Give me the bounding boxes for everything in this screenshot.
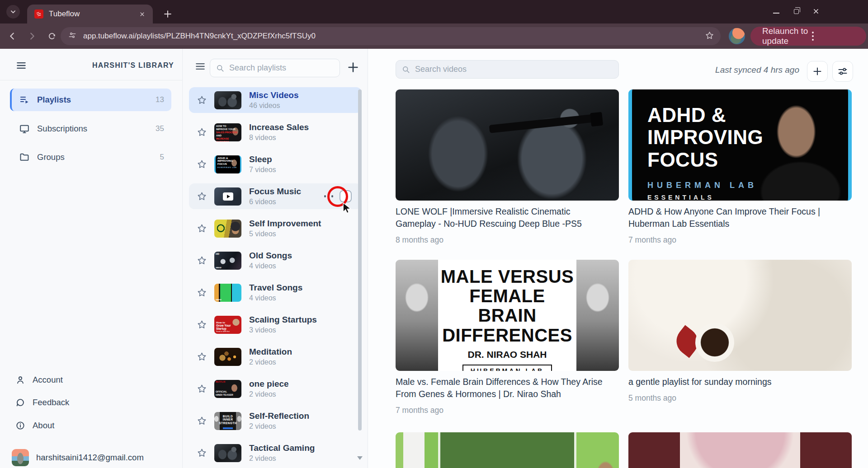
reload-icon[interactable] [44,28,60,44]
last-synced-text: Last synced 4 hrs ago [715,65,799,75]
playlist-name: Tactical Gaming [249,443,357,453]
playlist-thumbnail [214,91,241,109]
video-card[interactable]: LONE WOLF |Immersive Realistic Cinematic… [396,89,619,245]
playlist-thumbnail: NETFLIX OFFICIALHINDI TEASER [214,380,241,398]
panel-menu-icon[interactable] [194,61,206,72]
video-card[interactable] [628,432,852,468]
sidebar-item-label: Feedback [33,398,69,407]
sidebar-item-about[interactable]: About [15,421,54,431]
user-email: harshitsaini1412@gmail.com [36,453,144,463]
sidebar-item-groups[interactable]: Groups 5 [10,146,171,168]
profile-avatar[interactable] [729,28,745,44]
sidebar-menu-icon[interactable] [15,60,27,71]
minimize-button[interactable] [769,5,783,18]
user-profile[interactable]: harshitsaini1412@gmail.com [12,449,144,466]
favorite-star-icon[interactable] [197,351,207,362]
video-thumbnail[interactable] [396,432,619,468]
video-title[interactable]: a gentle playlist for sunday mornings [628,376,845,388]
video-card[interactable]: a gentle playlist for sunday mornings 5 … [628,260,852,403]
video-title[interactable]: ADHD & How Anyone Can Improve Their Focu… [628,206,845,230]
favorite-star-icon[interactable] [197,127,207,137]
favorite-star-icon[interactable] [197,95,207,105]
favorite-star-icon[interactable] [197,191,207,201]
playlist-name: Scaling Startups [249,315,357,325]
url-bar[interactable]: app.tubeflow.ai/playlists/PLZBHh4TN9cnkY… [61,27,721,45]
playlist-search[interactable] [210,59,340,77]
browser-tab[interactable]: Tubeflow [27,5,153,23]
favorite-star-icon[interactable] [197,159,207,169]
close-button[interactable] [809,5,823,18]
playlist-thumbnail [214,220,241,238]
favorite-star-icon[interactable] [197,384,207,394]
playlist-thumbnail: HD vevo [214,252,241,270]
user-avatar [12,449,29,466]
filter-button[interactable] [832,61,853,82]
video-thumbnail[interactable] [628,432,852,468]
playlist-count: 2 videos [249,358,357,366]
favorite-star-icon[interactable] [197,416,207,426]
video-age: 5 months ago [628,393,852,403]
playlist-thumbnail [214,348,241,366]
playlist-scrollbar[interactable] [358,89,362,431]
forward-icon[interactable] [24,28,40,44]
favorite-star-icon[interactable] [197,448,207,458]
playlist-item-old-songs[interactable]: HD vevo Old Songs4 videos [189,248,362,273]
video-title[interactable]: LONE WOLF |Immersive Realistic Cinematic… [396,206,613,230]
playlist-item-misc-videos[interactable]: Misc Videos46 videos [189,87,362,113]
tab-close-icon[interactable] [137,9,146,19]
video-thumbnail[interactable]: ADHD & IMPROVING FOCUS HUBERMAN LAB ESSE… [628,89,852,201]
favorite-star-icon[interactable] [197,287,207,298]
add-video-button[interactable] [807,61,828,82]
playlist-item-meditation[interactable]: Meditation2 videos [189,344,362,370]
sidebar-item-feedback[interactable]: Feedback [15,398,69,407]
tab-search-button[interactable] [6,5,20,19]
playlist-item-self-reflection[interactable]: BUILD INNER STRENGTH Self-Reflection2 vi… [189,408,362,434]
playlist-item-sleep[interactable]: ADHD & IMPROVING FOCUS HUBERMAN LAB Slee… [189,151,362,177]
playlist-item-self-improvement[interactable]: Self Improvement5 videos [189,215,362,241]
favorite-star-icon[interactable] [197,223,207,234]
video-card[interactable]: ADHD & IMPROVING FOCUS HUBERMAN LAB ESSE… [628,89,852,245]
scrollbar-down-arrow-icon[interactable] [357,456,363,460]
add-playlist-button[interactable] [346,61,360,74]
male-portrait-glasses [576,260,619,371]
favorite-star-icon[interactable] [197,319,207,330]
about-info-icon [15,421,25,431]
playlist-thumbnail: HOW TO IMPROVE YOUR SALES PROCESS AND IN… [214,123,241,141]
favorite-star-icon[interactable] [197,255,207,266]
video-card[interactable] [396,432,619,468]
video-title[interactable]: Male vs. Female Brain Differences & How … [396,376,613,400]
sidebar-item-account[interactable]: Account [15,375,63,385]
playlist-item-scaling-startups[interactable]: How to Grow Your Startup Seed to $1B Exi… [189,312,362,337]
groups-folder-icon [19,152,30,163]
bookmark-star-icon[interactable] [705,31,714,42]
video-thumbnail[interactable] [396,89,619,201]
new-tab-button[interactable] [161,7,175,21]
sidebar-item-label: Playlists [37,95,156,105]
playlist-item-tactical-gaming[interactable]: Tactical Gaming2 videos [189,440,362,466]
video-card[interactable]: MALE VERSUS FEMALE BRAIN DIFFERENCES DR.… [396,260,619,415]
male-portrait [396,260,438,371]
video-age: 7 months ago [396,406,619,415]
video-thumbnail[interactable]: MALE VERSUS FEMALE BRAIN DIFFERENCES DR.… [396,260,619,371]
search-icon [216,64,225,73]
playlist-count: 6 videos [249,198,324,206]
playlist-item-one-piece[interactable]: NETFLIX OFFICIALHINDI TEASER one piece2 … [189,376,362,402]
sidebar-item-count: 13 [156,95,164,104]
video-search[interactable] [396,60,619,79]
playlist-search-input[interactable] [229,63,334,73]
playlist-name: Old Songs [249,251,357,261]
video-search-input[interactable] [415,65,613,74]
video-thumbnail-coffee[interactable] [628,260,852,371]
playlist-count: 3 videos [249,326,357,334]
back-icon[interactable] [5,28,20,44]
sidebar-item-playlists[interactable]: Playlists 13 [10,89,171,111]
playlist-thumbnail: BUILD INNER STRENGTH [214,412,241,430]
site-info-icon[interactable] [68,31,77,42]
playlist-item-increase-sales[interactable]: HOW TO IMPROVE YOUR SALES PROCESS AND IN… [189,119,362,145]
playlist-item-travel-songs[interactable]: vevo Travel Songs4 videos [189,280,362,305]
browser-toolbar: app.tubeflow.ai/playlists/PLZBHh4TN9cnkY… [0,23,868,49]
maximize-button[interactable] [789,5,803,18]
relaunch-button[interactable]: Relaunch to update [750,27,866,46]
sidebar-item-subscriptions[interactable]: Subscriptions 35 [10,117,171,140]
browser-menu-icon[interactable] [808,30,862,42]
